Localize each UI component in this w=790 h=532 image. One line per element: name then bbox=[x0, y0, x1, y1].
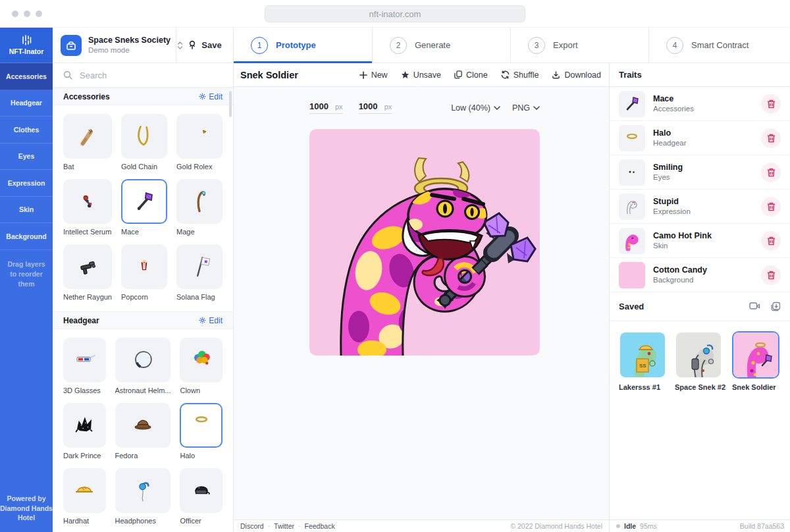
canvas-width-field[interactable]: px bbox=[309, 101, 343, 114]
library-item-gold-rolex[interactable]: Gold Rolex bbox=[176, 114, 223, 171]
tab-prototype[interactable]: 1 Prototype bbox=[234, 28, 372, 63]
remove-trait-button[interactable] bbox=[761, 197, 781, 217]
library-item-halo[interactable]: Halo bbox=[180, 403, 223, 460]
edit-accessories-button[interactable]: Edit bbox=[199, 92, 223, 101]
app-logo[interactable]: NFT-Inator bbox=[0, 28, 53, 63]
tab-generate[interactable]: 2 Generate bbox=[372, 28, 510, 63]
remove-trait-button[interactable] bbox=[761, 265, 781, 285]
library-item-officer[interactable]: Officer bbox=[180, 468, 223, 525]
new-button[interactable]: New bbox=[359, 70, 388, 80]
saved-item-snek-soldier[interactable]: Snek Soldier bbox=[732, 331, 781, 391]
video-capture-button[interactable] bbox=[749, 302, 760, 311]
svg-text:SS: SS bbox=[639, 363, 646, 369]
tab-export[interactable]: 3 Export bbox=[510, 28, 648, 63]
export-saved-button[interactable] bbox=[771, 302, 781, 311]
library-item-gold-chain[interactable]: Gold Chain bbox=[121, 114, 167, 171]
trait-thumb-halo bbox=[619, 125, 645, 151]
address-bar[interactable]: nft-inator.com bbox=[265, 5, 525, 22]
artwork-title: Snek Soldier bbox=[240, 70, 298, 80]
remove-trait-button[interactable] bbox=[761, 231, 781, 251]
feedback-link[interactable]: Feedback bbox=[305, 522, 335, 530]
library-item-3d-glasses[interactable]: 3D Glasses bbox=[63, 338, 106, 394]
sidebar-item-label: Eyes bbox=[18, 152, 35, 160]
remove-trait-button[interactable] bbox=[761, 163, 781, 182]
library-item-mage[interactable]: Mage bbox=[176, 179, 223, 236]
star-icon bbox=[401, 70, 409, 79]
window-dot[interactable] bbox=[24, 11, 30, 17]
trait-thumb-background bbox=[619, 262, 645, 288]
tab-label: Smart Contract bbox=[691, 40, 749, 50]
save-button[interactable]: Save bbox=[176, 28, 233, 63]
trash-icon bbox=[767, 99, 776, 109]
saved-item-space-snek[interactable]: Space Snek #2 bbox=[675, 331, 725, 391]
tab-label: Prototype bbox=[276, 40, 316, 50]
height-unit: px bbox=[384, 103, 392, 111]
unsave-button[interactable]: Unsave bbox=[401, 70, 441, 80]
status-bar: Idle 95ms Build 87aa563 bbox=[610, 519, 790, 532]
trait-category: Skin bbox=[653, 241, 712, 251]
project-icon bbox=[61, 35, 82, 56]
download-button[interactable]: Download bbox=[552, 70, 601, 80]
sidebar-item-headgear[interactable]: Headgear bbox=[0, 90, 53, 117]
sidebar-item-accessories[interactable]: Accessories bbox=[0, 63, 53, 90]
trait-category: Headgear bbox=[653, 138, 687, 148]
canvas-height-input[interactable] bbox=[359, 101, 381, 111]
traits-panel: Traits Mace Accessories Halo Headgear Sm… bbox=[609, 63, 790, 532]
library-item-bat[interactable]: Bat bbox=[63, 114, 112, 171]
project-selector[interactable]: Space Sneks Society Demo mode bbox=[53, 28, 176, 63]
window-controls[interactable] bbox=[12, 11, 42, 17]
library-item-clown[interactable]: Clown bbox=[180, 338, 223, 394]
url-text: nft-inator.com bbox=[369, 9, 421, 19]
window-dot[interactable] bbox=[12, 11, 18, 17]
canvas-width-input[interactable] bbox=[309, 101, 332, 111]
library-item-popcorn[interactable]: Popcorn bbox=[121, 244, 167, 301]
new-label: New bbox=[371, 70, 388, 80]
library-item-nether-raygun[interactable]: Nether Raygun bbox=[63, 244, 112, 301]
library-item-mace[interactable]: Mace bbox=[121, 179, 167, 236]
app-title: NFT-Inator bbox=[9, 47, 44, 55]
format-select[interactable]: PNG bbox=[512, 103, 540, 113]
discord-link[interactable]: Discord bbox=[240, 522, 264, 530]
library-item-headphones[interactable]: Headphones bbox=[115, 468, 171, 525]
twitter-link[interactable]: Twitter bbox=[274, 522, 294, 530]
section-title-accessories: Accessories bbox=[63, 92, 110, 101]
saved-item-label: Snek Soldier bbox=[732, 383, 781, 391]
window-dot[interactable] bbox=[36, 11, 42, 17]
edit-label: Edit bbox=[209, 316, 223, 325]
powered-by: Powered by Diamond Hands Hotel bbox=[0, 494, 53, 523]
trait-row-halo: Halo Headgear bbox=[610, 121, 790, 155]
library-item-dark-prince[interactable]: Dark Prince bbox=[63, 403, 106, 460]
format-value: PNG bbox=[512, 103, 530, 113]
shuffle-button[interactable]: Shuffle bbox=[501, 70, 539, 80]
library-item-fedora[interactable]: Fedora bbox=[115, 403, 171, 460]
sidebar-item-background[interactable]: Background bbox=[0, 223, 53, 250]
width-unit: px bbox=[335, 103, 343, 111]
trait-row-cotton-candy: Cotton Candy Background bbox=[610, 258, 790, 292]
trait-row-smiling: Smiling Eyes bbox=[610, 155, 790, 190]
trait-name: Cotton Candy bbox=[653, 265, 707, 275]
library-item-solana-flag[interactable]: Solana Flag bbox=[176, 244, 223, 301]
sidebar-item-label: Background bbox=[6, 232, 46, 240]
tab-label: Generate bbox=[415, 40, 450, 50]
library-item-astronaut-helm[interactable]: Astronaut Helm... bbox=[115, 338, 171, 394]
gear-icon bbox=[199, 317, 206, 324]
sidebar-item-eyes[interactable]: Eyes bbox=[0, 144, 53, 171]
remove-trait-button[interactable] bbox=[761, 128, 781, 148]
sidebar-item-skin[interactable]: Skin bbox=[0, 197, 53, 224]
clone-button[interactable]: Clone bbox=[454, 70, 488, 80]
tab-smart-contract[interactable]: 4 Smart Contract bbox=[648, 28, 790, 63]
edit-headgear-button[interactable]: Edit bbox=[199, 316, 223, 325]
canvas-height-field[interactable]: px bbox=[359, 101, 392, 114]
canvas-footer: Discord Twitter Feedback © 2022 Diamond … bbox=[234, 519, 609, 532]
library-item-hardhat[interactable]: Hardhat bbox=[63, 468, 106, 525]
trait-thumb-smiling bbox=[619, 159, 645, 186]
sidebar-item-clothes[interactable]: Clothes bbox=[0, 117, 53, 144]
remove-trait-button[interactable] bbox=[761, 94, 781, 114]
library-item-intellect-serum[interactable]: Intellect Serum bbox=[63, 179, 112, 236]
sidebar-item-expression[interactable]: Expression bbox=[0, 170, 53, 197]
library-search[interactable] bbox=[53, 63, 233, 88]
search-input[interactable] bbox=[78, 70, 210, 81]
quality-select[interactable]: Low (40%) bbox=[451, 103, 500, 113]
saved-item-lakersss[interactable]: SS Lakersss #1 bbox=[619, 331, 668, 391]
library-scrollbar[interactable] bbox=[229, 91, 232, 117]
